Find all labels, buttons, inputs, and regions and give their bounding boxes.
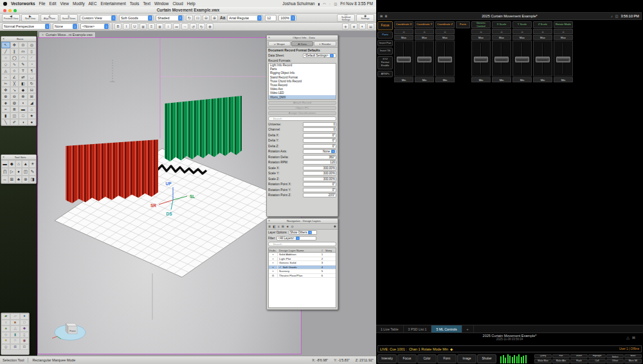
encoder-min-button[interactable]: Min — [394, 77, 413, 82]
settings-gear-icon[interactable]: ✱ — [334, 224, 336, 228]
column-header-story[interactable]: Story — [325, 249, 336, 252]
encoder-max-button[interactable]: Max — [492, 35, 511, 40]
sidebar-focus-button[interactable]: Focus — [377, 21, 393, 30]
softkey-form[interactable]: Form — [437, 354, 457, 363]
line-spacing-icon[interactable]: ↕ — [165, 23, 172, 30]
sweep-tool[interactable]: ◍ — [10, 100, 19, 106]
encoder-fader-rotate-mode[interactable] — [554, 41, 573, 77]
favorite-icon[interactable]: ★ — [1, 338, 10, 344]
font-dropdown[interactable]: Arial Regular↕ — [227, 15, 263, 21]
circle-tool[interactable]: ○ — [1, 55, 10, 61]
softkey-query[interactable]: Query — [534, 354, 552, 359]
snap-loupe-tool[interactable]: ◎ — [28, 42, 37, 48]
encoder-min-button[interactable]: Min — [415, 77, 434, 82]
regular-polygon-tool[interactable]: ◬ — [1, 68, 10, 74]
bold-icon[interactable]: B — [114, 23, 122, 30]
zoom-dropdown[interactable]: 100%↕ — [278, 15, 296, 21]
landscape-tool-set[interactable]: ♣ — [15, 176, 23, 183]
offset-tool[interactable]: ⇄ — [19, 74, 28, 80]
arc-tool[interactable]: ◠ — [19, 55, 28, 61]
intersect-solids-tool[interactable]: ⊗ — [19, 93, 28, 100]
softkey-make-man[interactable]: Make Man — [534, 359, 552, 363]
navigation-header[interactable]: × Navigation - Design Layers — [267, 219, 338, 224]
add-solids-tool[interactable]: ⊕ — [1, 93, 10, 100]
fader-thumb[interactable] — [494, 57, 509, 62]
angular-dimension-tool[interactable]: ∠ — [10, 74, 19, 80]
tab-data[interactable]: ≣Data — [291, 41, 314, 46]
deform-tool[interactable]: ≈ — [1, 106, 10, 113]
softkey-cell[interactable]: Cell — [588, 359, 606, 363]
layer-visibility-eye-icon[interactable]: ⊙ — [269, 274, 278, 277]
menu-help[interactable]: Help — [187, 1, 195, 6]
encoder-home-button[interactable]: ⌂ — [471, 29, 491, 34]
encoder-x-scale-header[interactable]: X Scale — [492, 21, 511, 28]
align-left-icon[interactable]: ≣ — [140, 23, 147, 30]
sidebar-arnps-button[interactable]: ARNPs — [377, 71, 393, 78]
split-tool[interactable]: ╳ — [10, 80, 19, 87]
align-center-icon[interactable]: ≡ — [148, 23, 155, 30]
encoder-home-button[interactable]: ⌂ — [512, 29, 532, 34]
line-tool[interactable]: ╱ — [1, 48, 10, 55]
event-design-tool-set[interactable]: ♦ — [15, 168, 23, 176]
menu-edit[interactable]: Edit — [50, 1, 57, 6]
font-size-dropdown[interactable]: 12 — [265, 15, 276, 21]
snap-grid-icon[interactable]: ⊞ — [367, 23, 374, 30]
encoder-min-button[interactable]: Min — [435, 77, 455, 82]
encoder-min-button[interactable]: Min — [533, 77, 552, 82]
polygon-tool[interactable]: ◇ — [1, 61, 10, 68]
menu-cloud[interactable]: Cloud — [172, 1, 183, 6]
softkey-flash[interactable]: Flash — [570, 359, 588, 363]
close-tab-icon[interactable]: × — [42, 33, 44, 37]
saved-views-icon[interactable]: ★ — [286, 224, 289, 228]
subtract-solids-tool[interactable]: ⊖ — [10, 93, 19, 100]
encoder-max-button[interactable]: Max — [512, 35, 532, 40]
align-plane-button[interactable]: ∠Align Plane — [41, 14, 59, 22]
red-curtain[interactable] — [66, 140, 158, 203]
visibility-tool[interactable]: ● — [28, 119, 37, 125]
encoder-max-button[interactable]: Max — [533, 35, 552, 40]
freehand-tool[interactable]: ✎ — [19, 61, 28, 68]
window-tool[interactable]: □ — [19, 113, 28, 119]
fader-thumb[interactable] — [536, 57, 550, 62]
wifi-icon[interactable]: ◠ — [323, 2, 325, 6]
category-form-label[interactable]: Form — [456, 21, 470, 28]
close-palette-icon[interactable]: × — [268, 219, 270, 223]
loft-surface-tool[interactable]: ◈ — [1, 100, 10, 106]
resize-tool[interactable]: ↘ — [10, 87, 19, 93]
suspend-settings-button[interactable]: ◻Suspend Settings — [337, 14, 355, 22]
softkey-intensity[interactable]: Intensity — [377, 354, 397, 363]
star-tool[interactable]: ☆ — [10, 68, 19, 74]
volume-icon[interactable]: ♪ — [611, 14, 613, 18]
field-value-rotation-rpm[interactable]: 120 — [303, 160, 336, 165]
fader-thumb[interactable] — [417, 57, 431, 62]
control-center-icon[interactable]: ◫ — [334, 2, 338, 6]
data-sheet-dropdown[interactable]: <Default Settings> ↕ — [303, 53, 336, 58]
battery-icon[interactable]: ▮ — [318, 2, 320, 6]
encoder-max-button[interactable]: Max — [471, 35, 491, 40]
field-value-scale-y[interactable]: 300.00% — [303, 171, 336, 176]
softkey-shutter[interactable]: Shutter — [477, 354, 496, 363]
encoder-fader-z-scale[interactable] — [533, 41, 552, 77]
lighting-icon[interactable]: ☀ — [350, 23, 358, 30]
field-value-universe[interactable]: 0 — [303, 122, 336, 127]
encoder-generic-control-header[interactable]: Generic Control — [471, 21, 491, 28]
class-style-dropdown[interactable]: <None>↕ — [80, 23, 110, 30]
render-mode-dropdown[interactable]: Shaded↕ — [156, 15, 184, 21]
underline-icon[interactable]: U — [131, 23, 138, 30]
field-value-rotation-point-z[interactable]: 23'0" — [303, 193, 336, 197]
post-icon[interactable]: ▮ — [10, 332, 19, 338]
polyline-tool[interactable]: ∿ — [10, 61, 19, 68]
hatch-tool[interactable]: ╲ — [1, 119, 10, 125]
symbol-insertion-tool[interactable]: ★ — [28, 113, 37, 119]
gem-icon[interactable]: ◆ — [20, 325, 29, 332]
projection-dropdown[interactable]: Normal Perspective↕ — [2, 23, 51, 30]
menu-window[interactable]: Window — [154, 1, 168, 6]
field-value-rotation-point-x[interactable]: 0" — [303, 182, 336, 187]
softkey-insert[interactable]: Insert — [570, 354, 588, 359]
console-tab-item[interactable]: + — [462, 325, 474, 332]
encoder-home-button[interactable]: ⌂ — [554, 29, 573, 34]
layer-visibility-x-icon[interactable]: × — [269, 266, 278, 269]
encoder-coordinate-z-header[interactable]: Coordinate Z — [435, 21, 455, 28]
field-value-rotation-delta[interactable]: 360° — [303, 155, 336, 159]
command-line[interactable]: LIVE: Cue 1001 : Chan 1 Rotate Mode Min … — [377, 345, 642, 352]
